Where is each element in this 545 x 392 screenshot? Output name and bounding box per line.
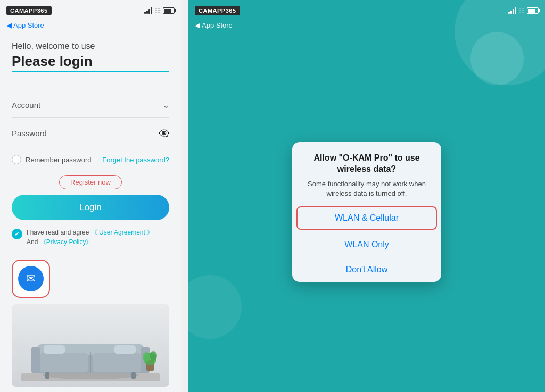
dialog-area: Allow "O-KAM Pro" to use wireless data? … <box>188 32 545 392</box>
agreement-row: I have read and agree 《 User Agreement 》… <box>12 228 169 247</box>
eye-slash-icon: 👁️‍🗨️ <box>159 128 169 138</box>
wlan-only-button[interactable]: WLAN Only <box>292 232 441 257</box>
agreement-line1: I have read and agree <box>27 229 89 236</box>
email-inner-circle: ✉ <box>18 266 44 291</box>
account-label: Account <box>12 101 40 110</box>
phone-gap <box>181 0 188 392</box>
battery-icon <box>163 7 175 14</box>
signal-icon-right <box>508 7 516 14</box>
svg-rect-11 <box>45 372 49 379</box>
back-arrow-icon: ◀ <box>6 21 12 29</box>
email-icon-area: ✉ <box>12 260 169 298</box>
dialog-header: Allow "O-KAM Pro" to use wireless data? … <box>292 142 441 204</box>
appstore-label-right: App Store <box>202 21 233 29</box>
sofa-scene-area <box>12 304 169 387</box>
battery-fill <box>164 9 171 13</box>
account-field[interactable]: Account ⌄ <box>12 93 169 118</box>
password-label: Password <box>12 129 47 138</box>
remember-row: Remember password Forget the password? <box>12 149 169 170</box>
wifi-icon: ☷ <box>154 7 161 15</box>
user-agreement-link[interactable]: 《 User Agreement 》 <box>91 229 153 236</box>
remember-left: Remember password <box>12 155 92 164</box>
alert-dialog: Allow "O-KAM Pro" to use wireless data? … <box>292 142 441 282</box>
status-icons-right: ☷ <box>508 7 539 15</box>
agreement-text: I have read and agree 《 User Agreement 》… <box>27 228 153 247</box>
remember-label: Remember password <box>26 156 92 164</box>
status-icons-left: ☷ <box>144 7 175 15</box>
app-name-left: CAMAPP365 <box>6 6 52 15</box>
svg-rect-8 <box>93 353 141 372</box>
agreement-check-icon[interactable] <box>12 229 22 239</box>
status-bar-right: CAMAPP365 ☷ <box>188 0 545 19</box>
appstore-nav-right: ◀ App Store <box>188 19 545 32</box>
welcome-text: Hello, welcome to use <box>12 41 169 51</box>
svg-point-16 <box>143 352 150 362</box>
svg-rect-9 <box>44 345 65 354</box>
dialog-divider-1 <box>292 204 441 204</box>
appstore-nav-left: ◀ App Store <box>0 19 181 32</box>
svg-rect-12 <box>131 372 136 379</box>
svg-rect-4 <box>31 347 40 373</box>
privacy-policy-link[interactable]: 《Privacy Policy》 <box>40 238 93 246</box>
svg-rect-7 <box>40 353 88 372</box>
agreement-and: And <box>27 238 38 246</box>
sofa-scene <box>12 304 169 387</box>
please-login-heading: Please login <box>12 53 169 72</box>
password-field[interactable]: Password 👁️‍🗨️ <box>12 121 169 146</box>
app-name-right: CAMAPP365 <box>195 6 240 15</box>
sofa-svg <box>21 328 160 381</box>
register-now-button[interactable]: Register now <box>59 175 122 189</box>
svg-rect-10 <box>114 345 136 354</box>
register-row: Register now <box>12 175 169 189</box>
svg-point-15 <box>150 351 157 361</box>
battery-fill-right <box>528 9 535 13</box>
remember-checkbox[interactable] <box>12 155 21 164</box>
right-phone: CAMAPP365 ☷ ◀ App Store Allow "O-KAM Pro… <box>188 0 545 392</box>
wlan-cellular-button[interactable]: WLAN & Cellular <box>296 206 437 230</box>
chevron-down-icon: ⌄ <box>163 101 169 110</box>
dialog-subtitle: Some functionality may not work when wir… <box>303 179 431 198</box>
email-icon: ✉ <box>26 272 36 286</box>
login-button[interactable]: Login <box>12 195 169 220</box>
email-box[interactable]: ✉ <box>12 260 50 298</box>
status-bar-left: CAMAPP365 ☷ <box>0 0 181 19</box>
signal-icon <box>144 7 152 14</box>
wifi-icon-right: ☷ <box>518 7 525 15</box>
dont-allow-button[interactable]: Don't Allow <box>292 257 441 282</box>
appstore-label-left: App Store <box>13 21 44 29</box>
dialog-title: Allow "O-KAM Pro" to use wireless data? <box>303 153 431 175</box>
back-arrow-icon-right: ◀ <box>195 21 200 29</box>
forget-password-link[interactable]: Forget the password? <box>102 156 169 164</box>
left-phone: CAMAPP365 ☷ ◀ App Store Hello, welcome t… <box>0 0 181 392</box>
battery-icon-right <box>527 7 539 14</box>
login-content: Hello, welcome to use Please login Accou… <box>0 32 181 392</box>
